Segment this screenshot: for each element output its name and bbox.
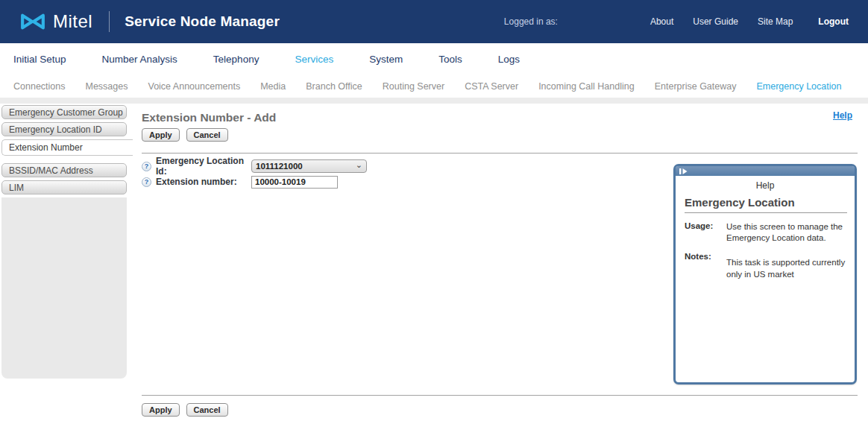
nav-logs[interactable]: Logs xyxy=(498,54,520,65)
help-link[interactable]: Help xyxy=(833,110,852,121)
subnav-enterprise-gateway[interactable]: Enterprise Gateway xyxy=(655,81,737,92)
extension-number-label: Extension number: xyxy=(156,177,251,187)
subnav-voice-announcements[interactable]: Voice Announcements xyxy=(148,81,240,92)
form-row-extension-number: ? Extension number: xyxy=(142,174,367,189)
nav-initial-setup[interactable]: Initial Setup xyxy=(13,54,66,65)
help-panel-body: Usage: Use this screen to manage the Eme… xyxy=(685,221,846,280)
notes-text: This task is supported currently only in… xyxy=(726,252,846,279)
app-title: Service Node Manager xyxy=(125,13,280,30)
top-action-buttons: Apply Cancel xyxy=(142,128,228,142)
page-title: Extension Number - Add xyxy=(142,111,276,124)
form-row-emergency-location-id: ? Emergency Location Id: 1011121000 ⌄ xyxy=(142,159,367,174)
chevron-down-icon: ⌄ xyxy=(356,162,362,168)
emergency-location-id-select[interactable]: 1011121000 ⌄ xyxy=(251,159,367,173)
emergency-location-id-label: Emergency Location Id: xyxy=(156,156,251,177)
field-help-icon[interactable]: ? xyxy=(142,177,151,187)
brand-name: Mitel xyxy=(53,11,92,32)
help-panel-title: Help xyxy=(676,180,855,191)
bottom-action-buttons: Apply Cancel xyxy=(142,403,228,417)
nav-services[interactable]: Services xyxy=(295,54,333,65)
sidebar-item-lim[interactable]: LIM xyxy=(1,180,127,194)
add-extension-form: ? Emergency Location Id: 1011121000 ⌄ ? … xyxy=(142,159,367,190)
field-help-icon[interactable]: ? xyxy=(142,162,151,171)
subnav-emergency-location[interactable]: Emergency Location xyxy=(756,81,841,92)
help-panel: Help Emergency Location Usage: Use this … xyxy=(673,164,857,385)
subnav-incoming-call-handling[interactable]: Incoming Call Handling xyxy=(538,81,635,92)
logged-in-as-label: Logged in as: xyxy=(504,16,558,27)
header-right: Logged in as: About User Guide Site Map … xyxy=(504,16,868,27)
sidebar-panel xyxy=(1,197,127,379)
user-guide-link[interactable]: User Guide xyxy=(693,16,738,27)
selected-value: 1011121000 xyxy=(256,162,356,171)
about-link[interactable]: About xyxy=(650,16,673,27)
nav-tools[interactable]: Tools xyxy=(438,54,462,65)
usage-label: Usage: xyxy=(685,221,720,244)
notes-label: Notes: xyxy=(685,252,720,279)
logout-link[interactable]: Logout xyxy=(818,16,849,27)
cancel-button[interactable]: Cancel xyxy=(186,403,228,417)
cancel-button[interactable]: Cancel xyxy=(186,128,228,142)
secondary-nav: Connections Messages Voice Announcements… xyxy=(0,75,868,98)
extension-number-input[interactable] xyxy=(251,176,338,189)
sidebar-item-bssid-mac-address[interactable]: BSSID/MAC Address xyxy=(1,163,127,177)
subnav-connections[interactable]: Connections xyxy=(13,81,66,92)
header-divider xyxy=(109,11,110,32)
usage-text: Use this screen to manage the Emergency … xyxy=(726,221,846,244)
subnav-routing-server[interactable]: Routing Server xyxy=(383,81,444,92)
help-panel-header[interactable] xyxy=(676,166,855,176)
subnav-messages[interactable]: Messages xyxy=(86,81,128,92)
mitel-logo-icon xyxy=(19,13,46,31)
collapse-panel-icon[interactable] xyxy=(679,168,688,174)
nav-system[interactable]: System xyxy=(369,54,403,65)
sidebar-item-extension-number[interactable]: Extension Number xyxy=(1,139,133,156)
subnav-media[interactable]: Media xyxy=(260,81,286,92)
site-map-link[interactable]: Site Map xyxy=(758,16,793,27)
help-panel-heading: Emergency Location xyxy=(685,196,847,213)
primary-nav: Initial Setup Number Analysis Telephony … xyxy=(0,43,868,75)
sidebar-item-emergency-customer-group[interactable]: Emergency Customer Group xyxy=(1,105,127,119)
apply-button[interactable]: Apply xyxy=(142,128,180,142)
apply-button[interactable]: Apply xyxy=(142,403,180,417)
nav-number-analysis[interactable]: Number Analysis xyxy=(102,54,177,65)
subnav-branch-office[interactable]: Branch Office xyxy=(306,81,362,92)
subnav-csta-server[interactable]: CSTA Server xyxy=(465,81,518,92)
brand: Mitel xyxy=(0,11,92,32)
nav-separator-band xyxy=(0,98,868,104)
content-divider-top xyxy=(142,153,858,154)
app-header: Mitel Service Node Manager Logged in as:… xyxy=(0,0,868,43)
content-divider-bottom xyxy=(142,395,858,396)
page: Mitel Service Node Manager Logged in as:… xyxy=(0,0,868,424)
nav-telephony[interactable]: Telephony xyxy=(213,54,260,65)
sidebar-item-emergency-location-id[interactable]: Emergency Location ID xyxy=(1,122,127,136)
